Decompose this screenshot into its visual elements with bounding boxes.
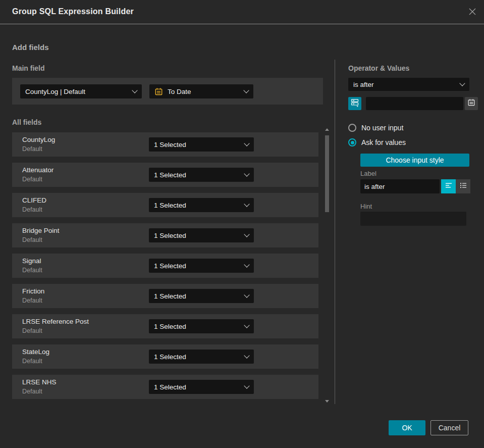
close-icon bbox=[468, 7, 477, 18]
field-name: Friction bbox=[22, 287, 44, 295]
field-selected-dropdown[interactable]: 1 Selected bbox=[149, 350, 254, 364]
field-subtitle: Default bbox=[22, 358, 42, 365]
field-row: Friction Default 1 Selected bbox=[12, 284, 318, 308]
main-field-source-dropdown[interactable]: CountyLog | Default bbox=[20, 84, 142, 98]
field-row: CountyLog Default 1 Selected bbox=[12, 132, 318, 157]
close-button[interactable] bbox=[467, 8, 477, 18]
field-subtitle: Default bbox=[22, 388, 42, 395]
value-row bbox=[348, 97, 469, 110]
field-subtitle: Default bbox=[22, 236, 42, 243]
radio-circle-icon bbox=[348, 138, 356, 146]
single-line-style-toggle[interactable] bbox=[441, 179, 456, 193]
field-name: LRSE Reference Post bbox=[22, 318, 89, 325]
list-scrollbar[interactable] bbox=[323, 126, 331, 405]
label-input[interactable] bbox=[360, 179, 440, 193]
field-subtitle: Default bbox=[22, 145, 42, 153]
dialog-title: Group SQL Expression Builder bbox=[12, 7, 134, 16]
field-row: CLIFED Default 1 Selected bbox=[12, 193, 318, 217]
chevron-down-icon bbox=[244, 231, 249, 237]
chevron-down-icon bbox=[244, 171, 249, 176]
field-selected-dropdown-label: 1 Selected bbox=[154, 232, 245, 239]
radio-no-user-input-label: No user input bbox=[361, 124, 403, 132]
field-selected-dropdown[interactable]: 1 Selected bbox=[149, 198, 254, 212]
stacked-values-icon bbox=[350, 98, 359, 109]
field-selected-dropdown-label: 1 Selected bbox=[154, 202, 245, 209]
scroll-down-arrow-icon[interactable] bbox=[325, 400, 329, 403]
field-name: LRSE NHS bbox=[22, 378, 57, 386]
calendar-icon bbox=[154, 87, 163, 96]
operator-dropdown-label: is after bbox=[353, 81, 460, 88]
all-fields-label: All fields bbox=[12, 118, 41, 126]
calendar-picker-button[interactable] bbox=[465, 97, 478, 110]
field-subtitle: Default bbox=[22, 206, 42, 213]
field-selected-dropdown[interactable]: 1 Selected bbox=[149, 228, 254, 242]
field-selected-dropdown-label: 1 Selected bbox=[154, 171, 245, 179]
align-left-icon bbox=[445, 181, 453, 191]
field-selected-dropdown-label: 1 Selected bbox=[154, 323, 245, 330]
all-fields-list: CountyLog Default 1 Selected Attenuator … bbox=[12, 132, 318, 405]
chevron-down-icon bbox=[243, 87, 249, 93]
chevron-down-icon bbox=[132, 87, 137, 93]
chevron-down-icon bbox=[244, 353, 249, 358]
cancel-button[interactable]: Cancel bbox=[431, 420, 468, 435]
field-selected-dropdown-label: 1 Selected bbox=[154, 353, 245, 361]
calendar-icon bbox=[467, 98, 475, 109]
field-selected-dropdown-label: 1 Selected bbox=[154, 141, 245, 148]
radio-no-user-input[interactable]: No user input bbox=[348, 124, 403, 132]
input-style-toggle-group bbox=[441, 179, 470, 193]
chevron-down-icon bbox=[244, 383, 249, 388]
field-selected-dropdown-label: 1 Selected bbox=[154, 383, 245, 391]
field-name: Bridge Point bbox=[22, 227, 60, 234]
field-selected-dropdown[interactable]: 1 Selected bbox=[149, 319, 254, 333]
add-fields-heading: Add fields bbox=[12, 43, 49, 52]
field-name: Attenuator bbox=[22, 166, 53, 174]
chevron-down-icon bbox=[459, 80, 465, 86]
field-row: LRSE NHS Default 1 Selected bbox=[12, 375, 318, 399]
main-field-source-dropdown-label: CountyLog | Default bbox=[25, 88, 133, 95]
radio-circle-icon bbox=[348, 124, 356, 132]
title-bar: Group SQL Expression Builder bbox=[0, 0, 484, 24]
hint-input[interactable] bbox=[360, 212, 466, 226]
field-selected-dropdown[interactable]: 1 Selected bbox=[149, 168, 254, 182]
list-style-toggle[interactable] bbox=[456, 179, 470, 193]
chevron-down-icon bbox=[244, 322, 249, 328]
field-selected-dropdown[interactable]: 1 Selected bbox=[149, 137, 254, 152]
main-field-date-dropdown[interactable]: To Date bbox=[149, 84, 253, 98]
hint-field-label: Hint bbox=[360, 203, 372, 210]
field-name: CountyLog bbox=[22, 136, 55, 143]
radio-ask-for-values[interactable]: Ask for values bbox=[348, 138, 406, 146]
field-subtitle: Default bbox=[22, 327, 42, 334]
field-name: StateLog bbox=[22, 348, 49, 356]
field-row: Attenuator Default 1 Selected bbox=[12, 163, 318, 187]
field-selected-dropdown[interactable]: 1 Selected bbox=[149, 259, 254, 273]
main-field-date-dropdown-label: To Date bbox=[168, 88, 244, 95]
operator-values-label: Operator & Values bbox=[348, 64, 409, 72]
field-subtitle: Default bbox=[22, 176, 42, 183]
field-name: Signal bbox=[22, 257, 41, 265]
field-selected-dropdown[interactable]: 1 Selected bbox=[149, 380, 254, 394]
chevron-down-icon bbox=[244, 201, 249, 207]
value-input[interactable] bbox=[366, 97, 463, 110]
ok-button[interactable]: OK bbox=[389, 420, 425, 435]
radio-ask-for-values-label: Ask for values bbox=[361, 138, 406, 146]
field-name: CLIFED bbox=[22, 196, 46, 204]
field-row: Bridge Point Default 1 Selected bbox=[12, 223, 318, 247]
chevron-down-icon bbox=[244, 292, 249, 297]
scroll-up-arrow-icon[interactable] bbox=[325, 128, 329, 131]
field-row: Signal Default 1 Selected bbox=[12, 254, 318, 278]
unique-values-button[interactable] bbox=[348, 97, 361, 110]
scrollbar-thumb[interactable] bbox=[325, 135, 329, 212]
field-selected-dropdown-label: 1 Selected bbox=[154, 262, 245, 270]
field-subtitle: Default bbox=[22, 267, 42, 274]
operator-dropdown[interactable]: is after bbox=[348, 78, 469, 91]
bulleted-list-icon bbox=[459, 181, 467, 191]
field-selected-dropdown[interactable]: 1 Selected bbox=[149, 289, 254, 303]
group-sql-expression-builder-dialog: Group SQL Expression Builder Add fields … bbox=[0, 0, 484, 448]
choose-input-style-button[interactable]: Choose input style bbox=[360, 154, 469, 167]
field-row: LRSE Reference Post Default 1 Selected bbox=[12, 314, 318, 338]
chevron-down-icon bbox=[244, 262, 249, 267]
label-field-label: Label bbox=[360, 170, 377, 177]
field-subtitle: Default bbox=[22, 297, 42, 304]
main-field-label: Main field bbox=[12, 64, 45, 72]
field-selected-dropdown-label: 1 Selected bbox=[154, 292, 245, 300]
